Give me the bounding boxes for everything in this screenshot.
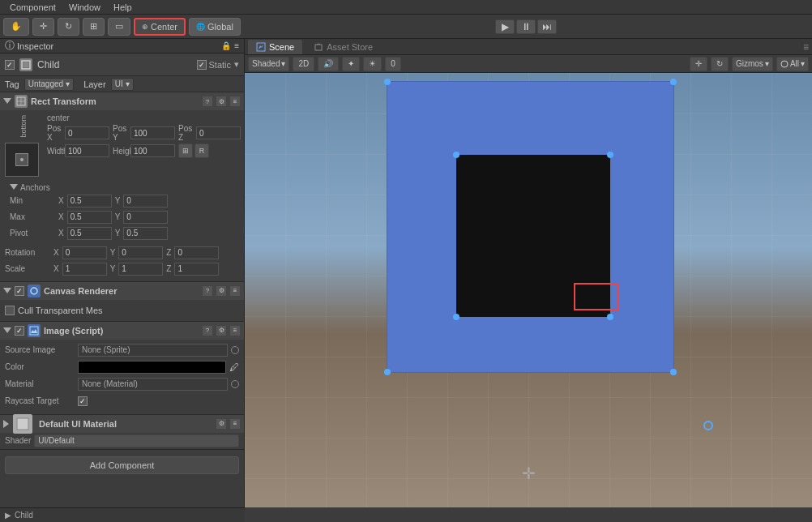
shader-dropdown[interactable]: UI/Default bbox=[34, 434, 239, 447]
inspector-lock-icon[interactable]: 🔒 bbox=[221, 41, 231, 50]
corner-tr[interactable] bbox=[670, 79, 677, 85]
color-swatch[interactable] bbox=[78, 361, 226, 374]
static-checkbox[interactable] bbox=[197, 60, 207, 70]
child-corner-tl[interactable] bbox=[453, 152, 459, 158]
sound-btn[interactable]: 🔊 bbox=[318, 57, 339, 71]
cull-checkbox[interactable] bbox=[5, 306, 15, 315]
static-dropdown-arrow[interactable]: ▾ bbox=[234, 59, 239, 70]
rt-blueprint-btn[interactable]: ⊞ bbox=[178, 143, 193, 158]
scale-y-input[interactable] bbox=[118, 263, 163, 276]
source-field[interactable]: None (Sprite) bbox=[78, 344, 228, 357]
shaded-dropdown[interactable]: Shaded ▾ bbox=[248, 57, 289, 71]
img-menu-icon[interactable]: ≡ bbox=[229, 325, 241, 336]
color-picker-icon[interactable]: 🖊 bbox=[229, 362, 239, 373]
scale-x-input[interactable] bbox=[62, 263, 107, 276]
toolbar-move[interactable]: ✛ bbox=[32, 18, 54, 36]
toolbar-rotate[interactable]: ↻ bbox=[58, 18, 79, 36]
material-field[interactable]: None (Material) bbox=[78, 378, 228, 391]
add-component-button[interactable]: Add Component bbox=[5, 456, 239, 474]
rt-collapse-arrow[interactable] bbox=[3, 98, 11, 105]
menu-component[interactable]: Component bbox=[3, 2, 62, 12]
svg-rect-11 bbox=[315, 45, 322, 50]
inspector-more-icon[interactable]: ≡ bbox=[234, 41, 239, 50]
2d-btn[interactable]: 2D bbox=[293, 57, 314, 71]
anchors-title[interactable]: Anchors bbox=[10, 183, 234, 192]
play-button[interactable]: ▶ bbox=[495, 19, 515, 34]
layer-dropdown[interactable]: UI ▾ bbox=[111, 78, 134, 91]
rotation-z-input[interactable] bbox=[174, 246, 219, 259]
rt-posx-input[interactable] bbox=[65, 126, 109, 139]
corner-tl[interactable] bbox=[384, 79, 391, 85]
rt-posy-input[interactable] bbox=[130, 126, 175, 139]
source-circle-icon[interactable] bbox=[231, 346, 239, 354]
toolbar-center-btn[interactable]: ⊕ Center bbox=[134, 18, 186, 36]
tag-dropdown[interactable]: Untagged ▾ bbox=[24, 78, 74, 91]
rotation-fields: X Y Z bbox=[53, 246, 219, 259]
scene-canvas[interactable]: ✛ bbox=[245, 73, 812, 507]
toolbar-scale[interactable]: ⊞ bbox=[83, 18, 105, 36]
img-enabled-checkbox[interactable] bbox=[15, 326, 24, 336]
tab-asset-store[interactable]: Asset Store bbox=[306, 40, 381, 54]
child-corner-tr[interactable] bbox=[607, 152, 613, 158]
rt-settings-icon[interactable]: ⚙ bbox=[216, 96, 227, 107]
anchors-max-x-input[interactable] bbox=[67, 211, 112, 224]
rt-posz-input[interactable] bbox=[196, 126, 241, 139]
rt-anchor-graphic[interactable] bbox=[5, 143, 39, 177]
canvas-renderer-header[interactable]: Canvas Renderer ? ⚙ ≡ bbox=[0, 282, 244, 300]
rt-width-input[interactable] bbox=[65, 144, 109, 157]
img-settings-icon[interactable]: ⚙ bbox=[216, 325, 227, 336]
toolbar-hand[interactable]: ✋ bbox=[3, 18, 29, 36]
step-button[interactable]: ⏭ bbox=[537, 19, 557, 34]
go-active-checkbox[interactable] bbox=[5, 60, 15, 70]
bottom-triangle[interactable]: ▶ bbox=[5, 511, 11, 520]
rt-menu-icon[interactable]: ≡ bbox=[229, 96, 241, 107]
rt-script-icon[interactable]: ? bbox=[202, 96, 213, 107]
mat-settings-icon[interactable]: ⚙ bbox=[216, 418, 227, 430]
menu-help[interactable]: Help bbox=[107, 2, 139, 12]
cr-enabled-checkbox[interactable] bbox=[15, 286, 24, 296]
corner-bl[interactable] bbox=[384, 369, 391, 375]
tab-scene[interactable]: Scene bbox=[248, 40, 302, 54]
toolbar-rect[interactable]: ▭ bbox=[108, 18, 130, 36]
raycast-checkbox[interactable] bbox=[78, 396, 88, 406]
pause-button[interactable]: ⏸ bbox=[516, 19, 536, 34]
cr-menu-icon[interactable]: ≡ bbox=[229, 285, 241, 297]
anchors-pivot-x-input[interactable] bbox=[67, 227, 112, 240]
child-corner-bl[interactable] bbox=[453, 314, 459, 320]
all-dropdown[interactable]: All ▾ bbox=[776, 57, 809, 71]
rect-transform-section: Rect Transform ? ⚙ ≡ bottom bbox=[0, 92, 244, 282]
menu-window[interactable]: Window bbox=[62, 2, 107, 12]
fx-btn[interactable]: ✦ bbox=[342, 57, 360, 71]
anchors-pivot-y-input[interactable] bbox=[123, 227, 168, 240]
scene-extra-btn[interactable]: 0 bbox=[385, 57, 401, 71]
img-script-icon[interactable]: ? bbox=[202, 325, 213, 336]
corner-br[interactable] bbox=[670, 369, 677, 375]
rt-height-input[interactable] bbox=[130, 144, 175, 157]
scene-more-icon[interactable]: ≡ bbox=[803, 41, 809, 53]
child-corner-br[interactable] bbox=[607, 314, 613, 320]
go-name-field[interactable]: Child bbox=[37, 59, 192, 71]
toolbar-global-btn[interactable]: 🌐 Global bbox=[189, 18, 241, 36]
img-collapse-arrow[interactable] bbox=[3, 327, 11, 334]
anchors-arrow[interactable] bbox=[10, 184, 18, 190]
mat-menu-icon[interactable]: ≡ bbox=[229, 418, 241, 430]
scene-rotate-btn[interactable]: ↻ bbox=[711, 57, 729, 71]
rt-width-label: Width bbox=[47, 147, 63, 156]
anchors-max-y-input[interactable] bbox=[123, 211, 168, 224]
rotation-x-input[interactable] bbox=[62, 246, 107, 259]
mat-collapse-arrow[interactable] bbox=[3, 420, 10, 428]
cr-settings-icon[interactable]: ⚙ bbox=[216, 285, 227, 297]
scale-z-input[interactable] bbox=[174, 263, 219, 276]
scene-move-btn[interactable]: ✛ bbox=[690, 57, 707, 71]
anchors-min-x-input[interactable] bbox=[67, 195, 112, 208]
scene-lighting-btn[interactable]: ☀ bbox=[363, 57, 382, 71]
rt-reset-btn[interactable]: R bbox=[194, 143, 209, 158]
rect-transform-header[interactable]: Rect Transform ? ⚙ ≡ bbox=[0, 92, 244, 110]
material-circle-icon[interactable] bbox=[231, 380, 239, 388]
anchors-min-y-input[interactable] bbox=[123, 195, 168, 208]
rotation-y-input[interactable] bbox=[118, 246, 163, 259]
cr-script-icon[interactable]: ? bbox=[202, 285, 213, 297]
cr-collapse-arrow[interactable] bbox=[3, 288, 11, 294]
gizmos-dropdown[interactable]: Gizmos ▾ bbox=[732, 57, 773, 71]
image-header[interactable]: Image (Script) ? ⚙ ≡ bbox=[0, 322, 244, 340]
